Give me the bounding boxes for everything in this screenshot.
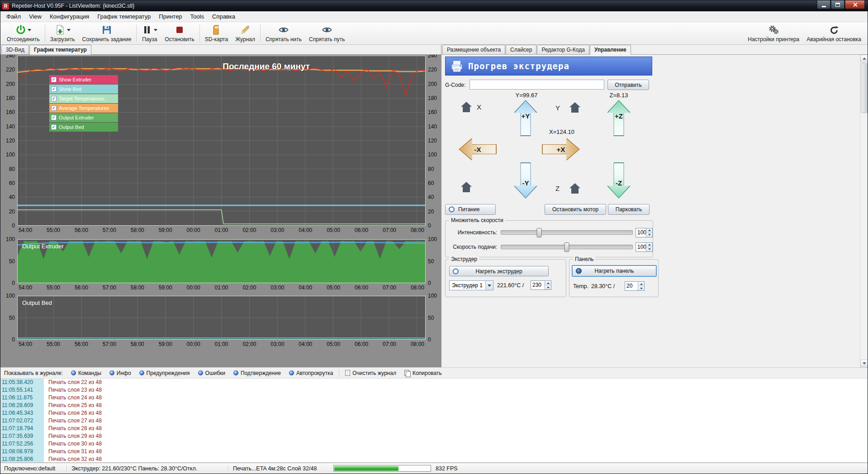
log-filter-2[interactable]: Предупреждения	[136, 369, 194, 377]
checkbox-icon[interactable]: ✓	[51, 96, 57, 101]
flowrate-spinner[interactable]: 100	[636, 228, 653, 237]
window-controls	[817, 0, 865, 9]
log-filter-4[interactable]: Подтверждение	[230, 369, 285, 377]
clear-log-button[interactable]: Очистить журнал	[342, 369, 400, 377]
feedrate-value: 100	[636, 243, 646, 251]
menu-item-4[interactable]: Принтер	[155, 12, 186, 21]
scroll-down-button[interactable]	[860, 360, 868, 367]
legend-item-3[interactable]: ✓Average Temperatures	[49, 104, 118, 113]
home-all-button[interactable]	[460, 182, 472, 193]
y-tick-label: 140	[428, 123, 437, 130]
toolbar-button-label: Отсоединить	[7, 36, 40, 43]
jog-minus-x-button[interactable]: -X	[459, 138, 497, 161]
x-tick-label: 57:00	[103, 284, 116, 291]
menu-item-5[interactable]: Tools	[186, 12, 208, 21]
journal-button[interactable]: Журнал	[232, 23, 259, 44]
heat-bed-button[interactable]: Нагреть панель	[572, 265, 657, 277]
scrollbar-thumb[interactable]	[861, 63, 868, 113]
legend-item-0[interactable]: ✓Show Extruder	[49, 75, 118, 84]
heat-extruder-button[interactable]: Нагреть экструдер	[449, 266, 549, 276]
log-filter-0[interactable]: Команды	[67, 369, 105, 377]
checkbox-icon[interactable]: ✓	[51, 77, 57, 82]
dropdown-caret-icon[interactable]	[67, 29, 71, 31]
right-panel-scrollbar[interactable]	[860, 55, 868, 367]
power-button[interactable]: Питание	[445, 204, 496, 215]
tab-control-2[interactable]: Редактор G-Кода	[537, 45, 589, 54]
checkbox-icon[interactable]: ✓	[51, 115, 57, 120]
dropdown-caret-icon[interactable]	[154, 29, 157, 31]
toolbar-button-label: Настройки принтера	[748, 36, 799, 43]
checkbox-icon[interactable]: ✓	[51, 124, 57, 130]
bed-target-spinner[interactable]: 20	[625, 281, 645, 291]
log-filter-1[interactable]: Инфо	[106, 369, 135, 377]
gcode-send-button[interactable]: Отправить	[607, 80, 649, 90]
legend-item-4[interactable]: ✓Output Extruder	[49, 113, 118, 122]
spin-up-icon[interactable]	[545, 281, 551, 285]
stop-button[interactable]: Остановить	[161, 23, 198, 44]
spin-up-icon[interactable]	[646, 243, 652, 247]
close-button[interactable]	[845, 0, 865, 9]
sd-card-button[interactable]: SD-карта	[201, 23, 232, 44]
spin-down-icon[interactable]	[545, 285, 551, 289]
flowrate-slider-thumb[interactable]	[537, 228, 542, 237]
chevron-down-icon[interactable]	[485, 281, 493, 290]
copy-log-button[interactable]: Копировать	[401, 369, 446, 377]
checkbox-icon[interactable]: ✓	[51, 105, 57, 111]
legend-item-2[interactable]: ✓Target Temperatures	[49, 94, 118, 103]
jog-minus-z-button[interactable]: -Z	[607, 162, 631, 199]
spin-down-icon[interactable]	[646, 247, 652, 251]
save-job-button[interactable]: Сохранить задание	[79, 23, 135, 44]
menu-item-2[interactable]: Конфигурация	[46, 12, 93, 21]
tab-view-0[interactable]: 3D-Вид	[1, 45, 29, 54]
park-button[interactable]: Парковать	[608, 204, 650, 215]
feedrate-spinner[interactable]: 100	[636, 242, 653, 252]
spin-up-icon[interactable]	[638, 282, 644, 286]
tab-control-1[interactable]: Слайсер	[506, 45, 536, 54]
pause-button[interactable]: Пауза	[138, 23, 161, 44]
jog-minus-y-button[interactable]: -Y	[514, 162, 537, 199]
load-button[interactable]: Загрузить	[47, 23, 79, 44]
printer-settings-button[interactable]: Настройки принтера	[744, 23, 803, 44]
y-position-label: Y=99.67	[509, 92, 544, 99]
tab-view-1[interactable]: График температур	[29, 45, 91, 55]
spin-down-icon[interactable]	[646, 233, 652, 237]
log-filter-5[interactable]: Автопрокрутка	[285, 369, 337, 377]
spin-up-icon[interactable]	[646, 228, 652, 233]
log-filter-3[interactable]: Ошибки	[194, 369, 229, 377]
legend-item-1[interactable]: ✓Show Bed	[49, 85, 118, 94]
dropdown-caret-icon[interactable]	[28, 29, 31, 31]
tab-control-3[interactable]: Управление	[590, 45, 631, 55]
disconnect-button[interactable]: Отсоединить	[3, 23, 43, 44]
stop-motor-button[interactable]: Остановить мотор	[545, 204, 606, 215]
status-separator	[66, 465, 67, 472]
hide-filament-button[interactable]: Спрятать нить	[262, 23, 305, 44]
home-x-button[interactable]	[460, 102, 472, 113]
menu-item-6[interactable]: Справка	[208, 12, 239, 21]
jog-plus-z-button[interactable]: +Z	[607, 100, 631, 136]
speed-multiplier-group: Множитель скорости Интенсивность: 100 Ск…	[445, 220, 653, 257]
spin-down-icon[interactable]	[638, 286, 644, 290]
flowrate-slider[interactable]	[501, 230, 633, 235]
legend-item-5[interactable]: ✓Output Bed	[49, 123, 118, 132]
scroll-up-button[interactable]	[860, 55, 868, 62]
feedrate-slider[interactable]	[501, 245, 633, 249]
bed-group: Панель Нагреть панель Temp. 28.30°C / 20	[569, 259, 659, 297]
feedrate-slider-thumb[interactable]	[564, 242, 569, 252]
emergency-stop-button[interactable]: Аварийная остановка	[803, 23, 865, 44]
jog-plus-x-button[interactable]: +X	[542, 138, 580, 161]
checkbox-icon[interactable]: ✓	[51, 86, 57, 92]
gcode-input[interactable]	[470, 80, 604, 90]
menu-item-0[interactable]: Файл	[2, 12, 25, 21]
home-y-button[interactable]	[569, 102, 581, 113]
extruder-target-spinner[interactable]: 230	[531, 280, 551, 290]
home-z-button[interactable]	[569, 183, 581, 194]
menu-item-3[interactable]: График температур	[93, 12, 155, 21]
minimize-button[interactable]	[817, 0, 830, 9]
extruder-selector[interactable]: Экструдер 1	[449, 280, 493, 290]
menu-item-1[interactable]: View	[25, 12, 46, 21]
maximize-button[interactable]	[831, 0, 844, 9]
x-axis-letter: X	[477, 103, 481, 111]
hide-travel-button[interactable]: Спрятать путь	[305, 23, 348, 44]
jog-plus-y-button[interactable]: +Y	[514, 100, 537, 136]
tab-control-0[interactable]: Размещение объекта	[442, 45, 505, 54]
